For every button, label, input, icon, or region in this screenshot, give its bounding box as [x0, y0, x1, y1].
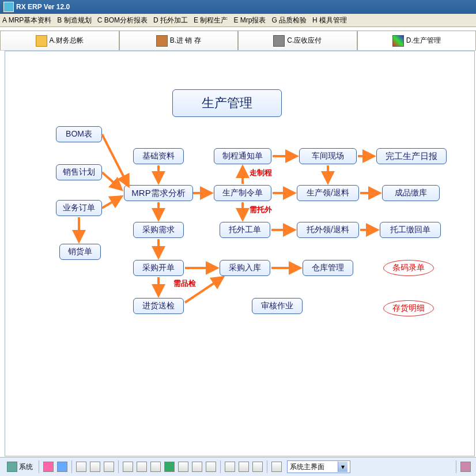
- menu-g[interactable]: G 品质检验: [271, 16, 307, 25]
- tool-icon[interactable]: [150, 462, 161, 472]
- doc2-icon[interactable]: [239, 462, 249, 472]
- node-base-data[interactable]: 基础资料: [133, 148, 184, 164]
- separator: [220, 460, 221, 473]
- separator: [118, 460, 119, 473]
- tab-label: D.生产管理: [406, 36, 441, 46]
- oval-stock-detail[interactable]: 存货明细: [383, 300, 434, 316]
- node-workshop[interactable]: 车间现场: [299, 148, 357, 164]
- tab-row: A.财务总帐 B.进 销 存 C.应收应付 D.生产管理: [0, 27, 476, 51]
- currency-icon[interactable]: [164, 462, 175, 472]
- node-warehouse[interactable]: 仓库管理: [303, 260, 353, 276]
- separator: [267, 460, 267, 473]
- exit-icon[interactable]: [460, 462, 471, 472]
- menu-d[interactable]: D 托外加工: [153, 16, 188, 25]
- node-finish-daily[interactable]: 完工生产日报: [376, 148, 447, 164]
- node-sales-slip[interactable]: 销货单: [59, 244, 101, 260]
- gear-icon: [7, 462, 17, 472]
- tab-production[interactable]: D.生产管理: [357, 31, 477, 50]
- menu-b[interactable]: B 制造规划: [57, 16, 91, 25]
- oval-barcode[interactable]: 条码录单: [383, 260, 434, 276]
- doc3-icon[interactable]: [252, 462, 263, 472]
- safe-icon: [273, 35, 285, 47]
- node-prod-pick[interactable]: 生产领/退料: [297, 185, 359, 201]
- svg-line-3: [102, 197, 122, 208]
- table-icon[interactable]: [192, 462, 202, 472]
- node-finish-store[interactable]: 成品缴库: [382, 185, 440, 201]
- system-menu-button[interactable]: 系统: [3, 460, 36, 473]
- cube-icon: [392, 35, 404, 47]
- tab-label: C.应收应付: [287, 36, 322, 46]
- tab-inventory[interactable]: B.进 销 存: [119, 31, 239, 50]
- diagram-canvas: 生产管理 BOM表 销售计划 业务订单 销货单 基础资料 MRP需求分析 采购需…: [5, 51, 475, 456]
- tab-label: B.进 销 存: [170, 36, 201, 46]
- toolbar-icon-1[interactable]: [43, 462, 54, 472]
- menu-e2[interactable]: E Mrp报表: [233, 16, 266, 25]
- node-purchase-open[interactable]: 采购开单: [133, 260, 184, 276]
- app-icon: [3, 2, 14, 12]
- node-bom[interactable]: BOM表: [56, 126, 102, 142]
- chevron-down-icon: ▾: [338, 462, 347, 472]
- svg-line-2: [102, 172, 122, 190]
- truck-icon: [156, 35, 168, 47]
- label-go-route: 走制程: [250, 168, 272, 178]
- node-out-return[interactable]: 托工缴回单: [380, 222, 441, 238]
- titlebar: RX ERP Ver 12.0: [0, 0, 476, 14]
- menubar: A MRP基本资料 B 制造规划 C BOM分析报表 D 托外加工 E 制程生产…: [0, 14, 476, 27]
- calendar-icon[interactable]: [178, 462, 188, 472]
- separator: [456, 460, 456, 473]
- menu-c[interactable]: C BOM分析报表: [97, 16, 148, 25]
- node-prod-order[interactable]: 生产制令单: [214, 185, 271, 201]
- node-biz-order[interactable]: 业务订单: [56, 200, 102, 216]
- toolbar-icon-2[interactable]: [57, 462, 67, 472]
- diagram-title: 生产管理: [172, 89, 282, 117]
- window-icon[interactable]: [271, 462, 282, 472]
- system-label: 系统: [19, 462, 33, 472]
- svg-line-1: [102, 134, 129, 186]
- paste-icon[interactable]: [90, 462, 100, 472]
- node-route-notice[interactable]: 制程通知单: [214, 148, 271, 164]
- menu-a[interactable]: A MRP基本资料: [2, 16, 51, 25]
- node-purchase-in[interactable]: 采购入库: [220, 260, 270, 276]
- pilcrow-icon[interactable]: [123, 462, 133, 472]
- node-review[interactable]: 审核作业: [252, 298, 303, 314]
- node-sales-plan[interactable]: 销售计划: [56, 164, 102, 180]
- window-title: RX ERP Ver 12.0: [16, 3, 70, 11]
- node-outsource-order[interactable]: 托外工单: [220, 222, 270, 238]
- separator: [39, 460, 39, 473]
- node-incoming-inspect[interactable]: 进货送检: [133, 298, 184, 314]
- send-icon[interactable]: [206, 462, 216, 472]
- combo-value: 系统主界面: [290, 462, 324, 472]
- node-purchase-req[interactable]: 采购需求: [133, 222, 184, 238]
- separator: [71, 460, 72, 473]
- view-combo[interactable]: 系统主界面 ▾: [287, 460, 350, 473]
- tab-ar-ap[interactable]: C.应收应付: [238, 31, 357, 50]
- cut-icon[interactable]: [104, 462, 114, 472]
- doc1-icon[interactable]: [225, 462, 235, 472]
- tab-finance[interactable]: A.财务总帐: [0, 31, 119, 50]
- tab-label: A.财务总帐: [50, 36, 84, 46]
- refresh-icon[interactable]: [137, 462, 147, 472]
- bottom-toolbar: 系统 系统主界面 ▾: [0, 457, 476, 476]
- node-out-pick[interactable]: 托外领/退料: [297, 222, 359, 238]
- copy-icon[interactable]: [76, 462, 86, 472]
- node-mrp[interactable]: MRP需求分析: [124, 185, 193, 201]
- menu-h[interactable]: H 模具管理: [312, 16, 347, 25]
- label-need-qc: 需品检: [173, 278, 196, 289]
- menu-e[interactable]: E 制程生产: [194, 16, 228, 25]
- label-need-out: 需托外: [250, 205, 272, 215]
- book-icon: [36, 35, 47, 47]
